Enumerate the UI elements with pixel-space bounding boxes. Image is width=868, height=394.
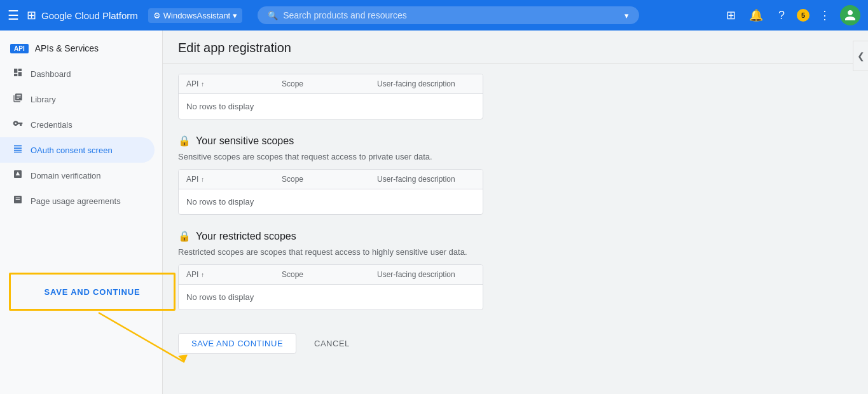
credentials-icon bbox=[13, 118, 23, 131]
table-non-sensitive: API ↑ Scope User-facing description No r… bbox=[178, 74, 483, 119]
chevron-left-icon: ❮ bbox=[857, 51, 865, 61]
lock-icon: 🔒 bbox=[178, 230, 191, 242]
top-navigation: ☰ ⊞ Google Cloud Platform ⚙ WindowsAssis… bbox=[0, 0, 868, 31]
notifications-button[interactable]: 🔔 bbox=[746, 5, 766, 25]
api-badge: API bbox=[10, 44, 29, 53]
section-non-sensitive: API ↑ Scope User-facing description No r… bbox=[178, 74, 853, 119]
search-input[interactable] bbox=[283, 10, 619, 20]
col-description: User-facing description bbox=[377, 79, 475, 88]
empty-message: No rows to display bbox=[186, 290, 475, 304]
sensitive-desc: Sensitive scopes are scopes that request… bbox=[178, 152, 853, 161]
lock-icon: 🔒 bbox=[178, 135, 191, 147]
project-icon: ⚙ bbox=[153, 11, 161, 20]
sidebar-item-label: Library bbox=[31, 95, 56, 104]
sidebar-item-credentials[interactable]: Credentials bbox=[0, 112, 155, 137]
sort-icon: ↑ bbox=[201, 271, 204, 278]
page-usage-icon bbox=[13, 194, 23, 207]
user-count-badge[interactable]: 5 bbox=[797, 9, 809, 22]
sidebar-item-library[interactable]: Library bbox=[0, 86, 155, 112]
restricted-desc: Restricted scopes are scopes that reques… bbox=[178, 247, 853, 257]
sidebar-item-oauth[interactable]: OAuth consent screen bbox=[0, 137, 155, 163]
save-continue-button-bottom[interactable]: SAVE AND CONTINUE bbox=[178, 333, 296, 354]
content-area: API ↑ Scope User-facing description No r… bbox=[163, 64, 868, 372]
library-icon bbox=[13, 93, 23, 105]
col-description: User-facing description bbox=[377, 270, 475, 279]
empty-message: No rows to display bbox=[186, 194, 475, 209]
sidebar-item-label: Dashboard bbox=[31, 69, 71, 79]
search-bar[interactable]: 🔍 ▾ bbox=[258, 6, 639, 24]
table-restricted: API ↑ Scope User-facing description No r… bbox=[178, 264, 483, 310]
table-body: No rows to display bbox=[179, 94, 483, 119]
more-options-button[interactable]: ⋮ bbox=[815, 5, 835, 25]
app-title: Google Cloud Platform bbox=[41, 10, 138, 21]
cancel-button[interactable]: CANCEL bbox=[307, 334, 357, 353]
col-api: API ↑ bbox=[186, 79, 282, 88]
col-scope: Scope bbox=[282, 175, 377, 184]
sidebar-item-dashboard[interactable]: Dashboard bbox=[0, 61, 155, 86]
main-content: Edit app registration API ↑ Scope bbox=[163, 31, 868, 394]
app-layout: API APIs & Services Dashboard Library Cr… bbox=[0, 31, 868, 394]
search-icon: 🔍 bbox=[268, 11, 278, 20]
dashboard-icon bbox=[13, 67, 23, 80]
table-sensitive: API ↑ Scope User-facing description No r… bbox=[178, 169, 483, 215]
apps-button[interactable]: ⊞ bbox=[720, 5, 741, 25]
help-button[interactable]: ? bbox=[771, 5, 792, 25]
sidebar-item-page-usage[interactable]: Page usage agreements bbox=[0, 188, 155, 214]
table-header: API ↑ Scope User-facing description bbox=[179, 265, 483, 285]
sidebar-header: API APIs & Services bbox=[0, 36, 162, 61]
sidebar-item-label: Credentials bbox=[31, 120, 72, 130]
col-api: API ↑ bbox=[186, 270, 282, 279]
nav-right-actions: ⊞ 🔔 ? 5 ⋮ bbox=[720, 5, 860, 25]
col-description: User-facing description bbox=[377, 175, 475, 184]
avatar[interactable] bbox=[840, 5, 860, 25]
domain-icon bbox=[13, 169, 23, 182]
project-name: WindowsAssistant bbox=[163, 11, 230, 20]
section-restricted: 🔒 Your restricted scopes Restricted scop… bbox=[178, 230, 853, 310]
col-scope: Scope bbox=[282, 79, 377, 88]
restricted-title: 🔒 Your restricted scopes bbox=[178, 230, 853, 242]
menu-icon[interactable]: ☰ bbox=[8, 8, 19, 23]
sensitive-title: 🔒 Your sensitive scopes bbox=[178, 135, 853, 147]
chevron-down-icon: ▾ bbox=[233, 11, 237, 20]
table-body: No rows to display bbox=[179, 285, 483, 309]
search-expand-icon: ▾ bbox=[624, 11, 629, 20]
sidebar-item-domain[interactable]: Domain verification bbox=[0, 163, 155, 188]
page-header: Edit app registration bbox=[163, 31, 868, 64]
sort-icon: ↑ bbox=[201, 81, 204, 88]
col-scope: Scope bbox=[282, 270, 377, 279]
sidebar: API APIs & Services Dashboard Library Cr… bbox=[0, 31, 163, 394]
collapse-sidebar-button[interactable]: ❮ bbox=[853, 41, 868, 71]
oauth-icon bbox=[13, 144, 23, 156]
sidebar-item-label: Domain verification bbox=[31, 171, 101, 180]
sidebar-item-label: Page usage agreements bbox=[31, 196, 121, 206]
table-body: No rows to display bbox=[179, 189, 483, 214]
logo-icon: ⊞ bbox=[27, 8, 36, 22]
project-selector[interactable]: ⚙ WindowsAssistant ▾ bbox=[148, 8, 242, 23]
table-header: API ↑ Scope User-facing description bbox=[179, 74, 483, 94]
sidebar-item-label: OAuth consent screen bbox=[31, 146, 113, 155]
bottom-actions: SAVE AND CONTINUE CANCEL bbox=[178, 325, 853, 362]
col-api: API ↑ bbox=[186, 175, 282, 184]
sidebar-title: APIs & Services bbox=[35, 43, 99, 53]
empty-message: No rows to display bbox=[186, 99, 475, 114]
section-sensitive: 🔒 Your sensitive scopes Sensitive scopes… bbox=[178, 135, 853, 215]
table-header: API ↑ Scope User-facing description bbox=[179, 170, 483, 189]
app-logo: ⊞ Google Cloud Platform bbox=[27, 8, 138, 22]
page-title: Edit app registration bbox=[178, 41, 853, 55]
sort-icon: ↑ bbox=[201, 176, 204, 183]
